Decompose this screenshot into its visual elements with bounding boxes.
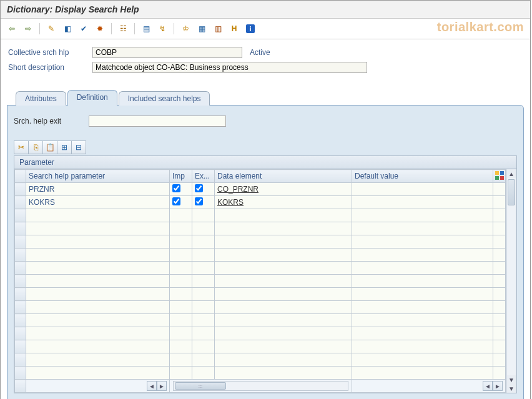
cell-empty[interactable] [170, 353, 192, 367]
cell-empty[interactable] [215, 209, 352, 222]
hierarchy-button[interactable]: ♔ [178, 21, 193, 36]
cell-empty[interactable] [192, 249, 215, 262]
col-default-value[interactable]: Default value [352, 170, 493, 183]
row-selector[interactable] [15, 367, 26, 380]
cell-empty[interactable] [215, 314, 352, 327]
cell-empty[interactable] [26, 314, 170, 327]
cell-empty[interactable] [215, 262, 352, 275]
checkbox[interactable] [172, 184, 180, 192]
insert-row-button[interactable]: ⊞ [57, 140, 72, 154]
cell-empty[interactable] [493, 275, 506, 288]
cell-empty[interactable] [170, 301, 192, 314]
row-selector[interactable] [15, 209, 26, 222]
hscroll-thumb[interactable]: ::: [175, 382, 226, 390]
cell-empty[interactable] [26, 249, 170, 262]
cell-empty[interactable] [192, 314, 215, 327]
back-button[interactable]: ⇦ [4, 21, 19, 36]
cell-empty[interactable] [192, 353, 215, 367]
cell-empty[interactable] [215, 249, 352, 262]
display-object-list-button[interactable]: ▤ [139, 21, 154, 36]
cell-empty[interactable] [26, 301, 170, 314]
cell-data-element[interactable]: KOKRS [215, 196, 352, 209]
row-selector[interactable] [15, 327, 26, 340]
cell-empty[interactable] [170, 209, 192, 222]
cell-empty[interactable] [215, 222, 352, 235]
cell-empty[interactable] [215, 288, 352, 301]
scroll-left-icon[interactable]: ◄ [483, 381, 493, 391]
row-selector[interactable] [15, 314, 26, 327]
row-selector[interactable] [15, 249, 26, 262]
display-change-button[interactable]: ✎ [44, 21, 59, 36]
cell-empty[interactable] [192, 340, 215, 353]
cell-empty[interactable] [352, 367, 493, 380]
row-selector[interactable] [15, 288, 26, 301]
cell-empty[interactable] [493, 288, 506, 301]
checkbox-cell[interactable] [192, 183, 215, 196]
cell-empty[interactable] [215, 340, 352, 353]
cell-empty[interactable] [352, 209, 493, 222]
cell-empty[interactable] [26, 222, 170, 235]
cell-empty[interactable] [352, 327, 493, 340]
cell-empty[interactable] [26, 262, 170, 275]
cell-empty[interactable] [352, 353, 493, 367]
checkbox[interactable] [172, 197, 180, 205]
col-data-element[interactable]: Data element [215, 170, 352, 183]
tab-attributes[interactable]: Attributes [16, 91, 66, 106]
other-object-button[interactable]: ◧ [60, 21, 75, 36]
cell-empty[interactable] [215, 353, 352, 367]
cell-empty[interactable] [493, 249, 506, 262]
vscroll-thumb[interactable] [508, 179, 515, 205]
cell-empty[interactable] [352, 275, 493, 288]
row-selector[interactable] [15, 275, 26, 288]
cell-empty[interactable] [170, 222, 192, 235]
srch-help-exit-field[interactable] [89, 116, 226, 127]
cell-empty[interactable] [192, 288, 215, 301]
append-button[interactable]: ▦ [194, 21, 209, 36]
hscroll-track[interactable]: ::: [173, 381, 348, 391]
row-selector[interactable] [15, 262, 26, 275]
vscroll-track[interactable] [507, 178, 516, 375]
cell-empty[interactable] [170, 327, 192, 340]
documentation-button[interactable]: H [227, 21, 242, 36]
col-exp[interactable]: Ex... [192, 170, 215, 183]
forward-button[interactable]: ⇨ [21, 21, 36, 36]
cell-empty[interactable] [26, 327, 170, 340]
cell-empty[interactable] [170, 235, 192, 249]
info-button[interactable]: i [243, 21, 258, 36]
paste-button[interactable]: 📋 [43, 140, 57, 154]
cell-parameter[interactable]: KOKRS [26, 196, 170, 209]
cell-empty[interactable] [170, 314, 192, 327]
cell-empty[interactable] [170, 262, 192, 275]
data-element-link[interactable]: CO_PRZNR [217, 185, 259, 194]
row-selector[interactable] [15, 301, 26, 314]
cell-parameter[interactable]: PRZNR [26, 183, 170, 196]
cell-empty[interactable] [192, 301, 215, 314]
copy-button[interactable]: ⎘ [29, 140, 43, 154]
checkbox[interactable] [195, 197, 203, 205]
cell-empty[interactable] [215, 367, 352, 380]
collective-srch-hlp-field[interactable] [92, 47, 242, 58]
cell-default-value[interactable] [352, 183, 493, 196]
short-description-field[interactable] [92, 62, 367, 73]
cell-empty[interactable] [493, 301, 506, 314]
cell-empty[interactable] [493, 235, 506, 249]
row-selector[interactable] [15, 183, 26, 196]
where-used-button[interactable]: ☷ [116, 21, 131, 36]
cell-empty[interactable] [26, 275, 170, 288]
cell-empty[interactable] [352, 249, 493, 262]
cell-empty[interactable] [215, 327, 352, 340]
cell-empty[interactable] [192, 209, 215, 222]
tab-included-search-helps[interactable]: Included search helps [119, 91, 210, 106]
cell-empty[interactable] [170, 249, 192, 262]
cell-empty[interactable] [192, 275, 215, 288]
row-selector[interactable] [15, 235, 26, 249]
cell-empty[interactable] [352, 340, 493, 353]
cell-empty[interactable] [493, 353, 506, 367]
cell-empty[interactable] [352, 235, 493, 249]
col-imp[interactable]: Imp [170, 170, 192, 183]
cell-empty[interactable] [192, 222, 215, 235]
cell-data-element[interactable]: CO_PRZNR [215, 183, 352, 196]
scroll-up-icon[interactable]: ▲ [507, 169, 516, 178]
col-search-help-parameter[interactable]: Search help parameter [26, 170, 170, 183]
cut-button[interactable]: ✂ [14, 140, 29, 154]
